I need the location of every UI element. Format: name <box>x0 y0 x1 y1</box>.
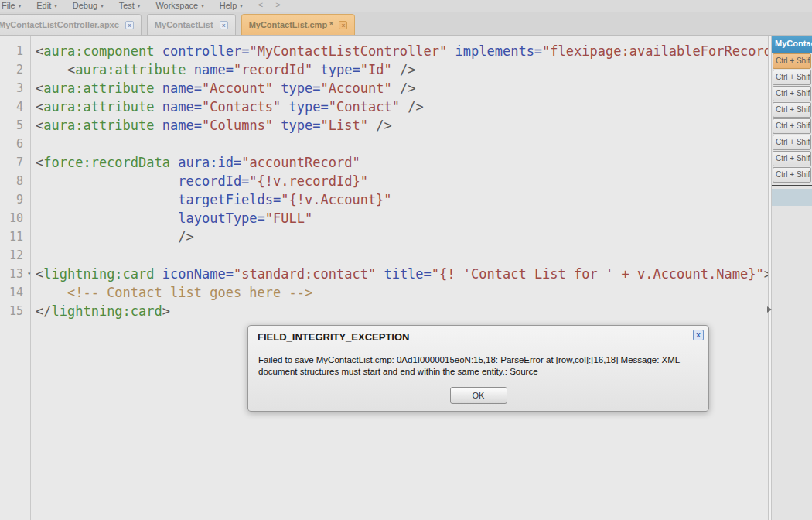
code-line[interactable]: <aura:attribute name="recordId" type="Id… <box>36 60 768 79</box>
tab-close-icon[interactable]: x <box>339 21 347 29</box>
sidebar-selected-area[interactable] <box>772 189 812 206</box>
code-line[interactable]: recordId="{!v.recordId}" <box>36 172 768 190</box>
code-token-x <box>281 99 288 115</box>
close-icon[interactable]: x <box>693 330 704 340</box>
shortcut-button[interactable]: Ctrl + Shift <box>773 135 811 150</box>
shortcut-button[interactable]: Ctrl + Shift <box>773 86 811 101</box>
code-token-x <box>36 210 178 226</box>
sidebar-header: MyContactList.cmp <box>772 36 812 53</box>
chevron-down-icon: ▾ <box>240 1 243 11</box>
menu-label: Test <box>119 1 135 11</box>
code-line[interactable]: <lightning:card iconName="standard:conta… <box>36 265 768 283</box>
chevron-down-icon: ▾ <box>138 1 141 11</box>
code-token-s: "{!v.Account}" <box>281 192 391 207</box>
code-line[interactable]: <aura:attribute name="Columns" type="Lis… <box>36 116 768 135</box>
code-line[interactable]: <force:recordData aura:id="accountRecord… <box>36 153 768 172</box>
code-token-p: < <box>67 62 75 77</box>
right-sidebar: MyContactList.cmp Ctrl + ShiftCtrl + Shi… <box>772 36 812 520</box>
code-token-x <box>36 285 67 300</box>
chevron-down-icon: ▾ <box>19 1 22 11</box>
code-token-p: /> <box>178 229 193 245</box>
code-line[interactable] <box>36 246 768 265</box>
code-token-x <box>36 192 178 207</box>
code-token-a: name= <box>162 80 202 96</box>
line-number: 7 <box>0 153 30 172</box>
code-line[interactable]: layoutType="FULL" <box>36 209 768 228</box>
code-line[interactable]: </lightning:card> <box>36 302 768 320</box>
code-token-s: "Contact" <box>329 99 400 115</box>
code-token-a: implements= <box>455 43 543 59</box>
menu-label: Edit <box>36 1 51 11</box>
code-token-a: controller= <box>162 43 250 59</box>
menu-debug[interactable]: Debug▾ <box>67 0 113 11</box>
shortcut-button[interactable]: Ctrl + Shift <box>773 118 811 134</box>
tab-mycontactlistcontroller-apxc[interactable]: MyContactListController.apxcx <box>0 14 142 35</box>
shortcut-button[interactable]: Ctrl + Shift <box>773 102 811 118</box>
panel-splitter[interactable] <box>768 36 772 520</box>
code-content[interactable]: <aura:component controller="MyContactLis… <box>31 36 768 520</box>
code-line[interactable]: /> <box>36 228 768 246</box>
menu-workspace[interactable]: Workspace▾ <box>149 0 213 11</box>
line-number: 2 <box>0 60 30 79</box>
menu-bar: File▾Edit▾Debug▾Test▾Workspace▾Help▾<> <box>0 0 812 12</box>
code-token-x <box>155 118 162 133</box>
nav-back-icon[interactable]: < <box>252 0 269 11</box>
code-line[interactable] <box>36 135 768 153</box>
code-token-p: /> <box>408 99 423 115</box>
code-token-s: "Account" <box>202 80 273 96</box>
code-editor[interactable]: 12345678910111213▾1415 <aura:component c… <box>0 36 768 520</box>
shortcut-button[interactable]: Ctrl + Shift <box>773 53 811 69</box>
code-token-p: /> <box>400 62 415 77</box>
menu-edit[interactable]: Edit▾ <box>30 0 66 11</box>
menu-label: Workspace <box>155 1 198 11</box>
code-token-s: "Account" <box>321 80 392 96</box>
shortcut-button[interactable]: Ctrl + Shift <box>773 167 811 183</box>
line-number: 12 <box>0 246 30 265</box>
tab-mycontactlist[interactable]: MyContactListx <box>147 14 236 35</box>
code-line[interactable]: <aura:attribute name="Contacts" type="Co… <box>36 98 768 116</box>
code-token-p: < <box>36 80 43 96</box>
code-token-x <box>368 118 376 133</box>
code-token-x <box>376 266 384 282</box>
code-token-a: iconName= <box>162 266 234 282</box>
code-token-p: /> <box>376 118 391 133</box>
code-line[interactable]: <aura:component controller="MyContactLis… <box>36 42 768 60</box>
collapse-arrow-icon[interactable] <box>767 306 772 313</box>
code-token-p: < <box>36 118 43 133</box>
tab-label: MyContactList.cmp * <box>249 20 333 29</box>
code-line[interactable]: <aura:attribute name="Account" type="Acc… <box>36 79 768 98</box>
shortcut-button[interactable]: Ctrl + Shift <box>773 151 811 166</box>
menu-help[interactable]: Help▾ <box>213 0 252 11</box>
tab-close-icon[interactable]: x <box>220 21 228 29</box>
main-area: 12345678910111213▾1415 <aura:component c… <box>0 36 812 520</box>
code-token-s: "{! 'Contact List for ' + v.Account.Name… <box>432 266 764 282</box>
code-token-x <box>155 99 162 115</box>
nav-forward-icon[interactable]: > <box>269 0 286 11</box>
code-token-s: "{!v.recordId}" <box>249 173 368 189</box>
line-number: 3 <box>0 79 30 98</box>
code-line[interactable]: targetFields="{!v.Account}" <box>36 190 768 209</box>
code-token-s: "flexipage:availableForRecordHo <box>542 43 768 59</box>
chevron-down-icon: ▾ <box>54 1 57 11</box>
tab-close-icon[interactable]: x <box>125 21 134 29</box>
code-token-p: < <box>36 99 43 115</box>
shortcut-button[interactable]: Ctrl + Shift <box>773 70 811 85</box>
menu-file[interactable]: File▾ <box>0 0 30 11</box>
code-token-p: </ <box>36 303 51 319</box>
code-token-t: aura:attribute <box>75 62 186 77</box>
ok-button[interactable]: OK <box>450 387 507 404</box>
code-token-a: title= <box>384 266 431 282</box>
code-line[interactable]: <!-- Contact list goes here --> <box>36 283 768 302</box>
code-token-s: "FULL" <box>265 210 312 226</box>
code-token-x <box>36 173 178 189</box>
code-token-s: "accountRecord" <box>241 155 360 170</box>
error-dialog-title: FIELD_INTEGRITY_EXCEPTION <box>258 331 409 343</box>
code-token-a: type= <box>281 118 320 133</box>
fold-arrow-icon[interactable]: ▾ <box>27 265 31 283</box>
tab-bar: MyContactListController.apxcxMyContactLi… <box>0 12 812 36</box>
code-token-a: aura:id= <box>178 155 241 170</box>
code-token-x <box>447 43 455 59</box>
tab-mycontactlist-cmp-[interactable]: MyContactList.cmp *x <box>241 14 356 35</box>
menu-test[interactable]: Test▾ <box>113 0 150 11</box>
menu-label: Help <box>220 1 237 11</box>
